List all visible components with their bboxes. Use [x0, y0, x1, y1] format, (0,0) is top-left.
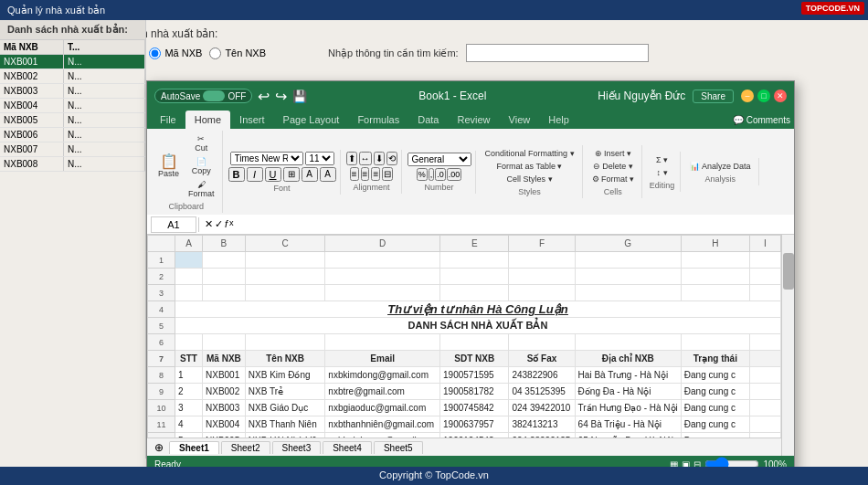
formula-input[interactable] [238, 219, 790, 230]
data-cell[interactable]: NXB Kim Đồng [245, 367, 324, 384]
border-button[interactable]: ⊞ [283, 167, 300, 182]
sheet-cell[interactable] [175, 285, 203, 301]
data-cell[interactable]: Đống Đa - Hà Nội [575, 384, 681, 400]
data-cell[interactable]: 04 35125395 [509, 384, 575, 400]
sheet-table-wrap[interactable]: A B C D E F G H I 1234Thư viện tư nhân H… [147, 235, 781, 438]
col-header-d[interactable]: D [325, 236, 440, 252]
sheet-cell[interactable] [749, 351, 780, 367]
increase-decimal-button[interactable]: .0 [435, 168, 446, 181]
sheet-cell[interactable] [440, 252, 509, 269]
share-button[interactable]: Share [693, 90, 734, 103]
sidebar-row[interactable]: NXB008N... [0, 157, 145, 172]
data-cell[interactable]: nxbkimdong@gmail.com [325, 367, 440, 384]
data-cell[interactable]: 024 39422010 [509, 400, 575, 416]
sheet-cell[interactable] [203, 269, 246, 285]
sheet-cell[interactable] [575, 285, 681, 301]
sheet-cell[interactable] [509, 252, 575, 269]
data-cell[interactable]: 3 [175, 400, 203, 416]
data-cell[interactable]: 4 [175, 416, 203, 433]
close-button[interactable]: ✕ [774, 90, 787, 102]
save-icon[interactable]: 💾 [292, 90, 307, 103]
comments-button[interactable]: 💬 Comments [733, 115, 790, 125]
cell-ref-input[interactable] [151, 216, 196, 233]
data-cell[interactable]: 243822906 [509, 367, 575, 384]
sheet-cell[interactable] [681, 334, 749, 351]
align-bottom-button[interactable]: ⬇ [374, 152, 385, 165]
paste-button[interactable]: 📋 Paste [154, 153, 183, 180]
sheet-cell[interactable] [245, 285, 324, 301]
data-cell[interactable]: NXB001 [203, 367, 246, 384]
column-header-cell[interactable]: Tên NXB [245, 351, 324, 367]
sheet-cell[interactable] [245, 252, 324, 269]
col-header-e[interactable]: E [440, 236, 509, 252]
sheet-title-cell[interactable]: Thư viện tư nhân Hà Công Luận [175, 301, 781, 318]
cut-button[interactable]: ✂ Cut [185, 132, 218, 154]
data-cell[interactable]: 2 [175, 384, 203, 400]
sheet-cell[interactable] [203, 334, 246, 351]
align-right-button[interactable]: ≡ [371, 167, 380, 181]
font-size-select[interactable]: 11 [305, 152, 334, 165]
column-header-cell[interactable]: Mã NXB [203, 351, 246, 367]
sheet-cell[interactable] [575, 252, 681, 269]
tab-help[interactable]: Help [539, 111, 578, 129]
cell-styles-button[interactable]: Cell Styles ▾ [503, 173, 556, 185]
tab-data[interactable]: Data [408, 111, 448, 129]
tab-sheet2[interactable]: Sheet2 [221, 441, 270, 454]
radio-tennxb-input[interactable] [209, 47, 221, 59]
radio-tennxb[interactable]: Tên NXB [209, 47, 266, 59]
radio-manxb[interactable]: Mã NXB [149, 47, 202, 59]
sheet-cell[interactable] [325, 334, 440, 351]
sheet-cell[interactable] [203, 252, 246, 269]
data-cell[interactable]: Đang cung c [681, 400, 749, 416]
column-header-cell[interactable]: Địa chỉ NXB [575, 351, 681, 367]
sum-button[interactable]: Σ ▾ [652, 153, 672, 166]
merge-button[interactable]: ⊟ [382, 167, 393, 181]
data-cell[interactable]: 1900571595 [440, 367, 509, 384]
sheet-cell[interactable] [175, 269, 203, 285]
col-header-g[interactable]: G [575, 236, 681, 252]
data-cell[interactable]: 382413213 [509, 416, 575, 433]
align-left-button[interactable]: ≡ [350, 167, 359, 181]
maximize-button[interactable]: □ [757, 90, 770, 102]
sheet-cell[interactable] [203, 285, 246, 301]
col-header-h[interactable]: H [681, 236, 749, 252]
bold-button[interactable]: B [228, 167, 245, 182]
sheet-cell[interactable] [509, 285, 575, 301]
sheet-cell[interactable] [325, 269, 440, 285]
data-cell[interactable]: 64 Bà Triệu - Hà Nội [575, 416, 681, 433]
data-cell[interactable]: nxbthanhniên@gmail.com [325, 416, 440, 433]
format-as-table-button[interactable]: Format as Table ▾ [493, 160, 566, 173]
undo-icon[interactable]: ↩ [258, 88, 270, 105]
column-header-cell[interactable]: Trạng thái [681, 351, 749, 367]
format-cells-button[interactable]: ⚙ Format ▾ [588, 173, 639, 185]
sidebar-row[interactable]: NXB006N... [0, 128, 145, 142]
align-middle-button[interactable]: ↔ [359, 152, 372, 165]
format-painter-button[interactable]: 🖌 Format [185, 178, 218, 200]
tab-review[interactable]: Review [448, 111, 499, 129]
data-cell[interactable]: Đang cung c [681, 384, 749, 400]
tab-sheet3[interactable]: Sheet3 [272, 441, 322, 454]
data-cell[interactable]: NXB Thanh Niên [245, 416, 324, 433]
underline-button[interactable]: U [265, 167, 281, 182]
copy-button[interactable]: 📄 Copy [185, 155, 218, 177]
sheet-cell[interactable] [749, 285, 780, 301]
sidebar-row[interactable]: NXB004N... [0, 99, 145, 113]
sidebar-row[interactable]: NXB003N... [0, 84, 145, 99]
minimize-button[interactable]: – [741, 90, 754, 102]
data-cell[interactable]: nxbtre@gmail.com [325, 384, 440, 400]
sheet-cell[interactable] [749, 384, 780, 400]
delete-cells-button[interactable]: ⊖ Delete ▾ [589, 160, 637, 173]
tab-insert[interactable]: Insert [230, 111, 274, 129]
sheet-cell[interactable] [749, 269, 780, 285]
vertical-scrollbar[interactable] [781, 235, 794, 456]
sheet-cell[interactable] [175, 334, 203, 351]
sheet-cell[interactable] [749, 400, 780, 416]
sheet-subtitle-cell[interactable]: DANH SÁCH NHÀ XUẤT BẢN [175, 318, 781, 334]
sidebar-row[interactable]: NXB002N... [0, 69, 145, 84]
autosave-toggle[interactable] [203, 90, 225, 101]
data-cell[interactable]: NXB Trẻ [245, 384, 324, 400]
data-cell[interactable]: NXB004 [203, 416, 246, 433]
radio-manxb-input[interactable] [149, 47, 161, 59]
sheet-cell[interactable] [749, 416, 780, 433]
sheet-cell[interactable] [509, 269, 575, 285]
